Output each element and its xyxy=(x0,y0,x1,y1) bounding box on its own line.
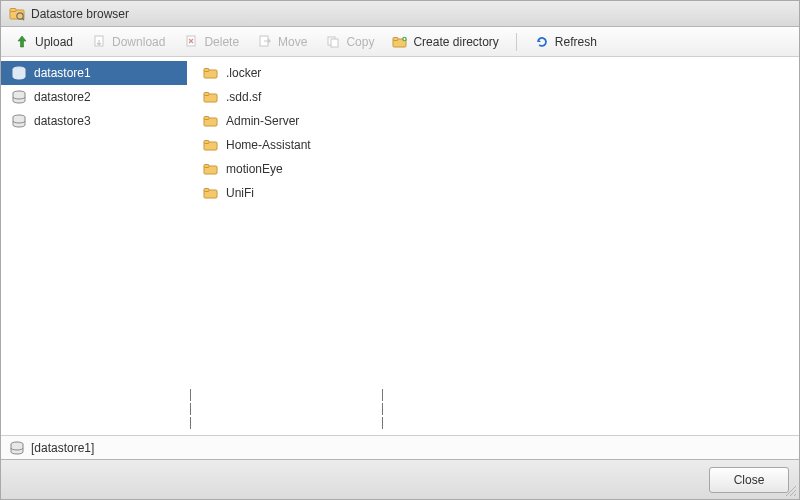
folder-name: Admin-Server xyxy=(226,114,299,128)
folder-icon xyxy=(203,65,219,81)
folder-icon xyxy=(203,161,219,177)
move-button[interactable]: Move xyxy=(250,31,314,53)
svg-rect-10 xyxy=(393,37,398,40)
folder-icon xyxy=(203,185,219,201)
toolbar: Upload Download Delete Move Copy xyxy=(1,27,799,57)
copy-button[interactable]: Copy xyxy=(318,31,381,53)
datastore-name: datastore3 xyxy=(34,114,91,128)
upload-label: Upload xyxy=(35,35,73,49)
svg-rect-8 xyxy=(331,39,338,47)
titlebar: Datastore browser xyxy=(1,1,799,27)
datastore-icon xyxy=(11,89,27,105)
datastore-browser-icon xyxy=(9,6,25,22)
move-icon xyxy=(257,34,273,50)
datastore-item[interactable]: datastore1 xyxy=(1,61,187,85)
delete-button[interactable]: Delete xyxy=(176,31,246,53)
svg-rect-24 xyxy=(204,165,209,168)
folder-name: .sdd.sf xyxy=(226,90,261,104)
download-label: Download xyxy=(112,35,165,49)
svg-rect-20 xyxy=(204,117,209,120)
datastore-icon xyxy=(9,440,25,456)
create-directory-label: Create directory xyxy=(413,35,498,49)
create-directory-icon xyxy=(392,34,408,50)
close-button[interactable]: Close xyxy=(709,467,789,493)
datastore-icon xyxy=(11,113,27,129)
upload-button[interactable]: Upload xyxy=(7,31,80,53)
details-panel xyxy=(385,57,799,435)
folder-icon xyxy=(203,137,219,153)
toolbar-separator xyxy=(516,33,517,51)
upload-icon xyxy=(14,34,30,50)
path-bar: [datastore1] xyxy=(1,435,799,459)
copy-icon xyxy=(325,34,341,50)
folder-icon xyxy=(203,113,219,129)
move-label: Move xyxy=(278,35,307,49)
footer: Close xyxy=(1,459,799,499)
body: datastore1 datastore2 datastore3 .locker… xyxy=(1,57,799,435)
folder-name: .locker xyxy=(226,66,261,80)
datastore-icon xyxy=(11,65,27,81)
datastore-item[interactable]: datastore2 xyxy=(1,85,187,109)
svg-rect-22 xyxy=(204,141,209,144)
folder-name: Home-Assistant xyxy=(226,138,311,152)
folder-item[interactable]: .locker xyxy=(193,61,379,85)
svg-rect-16 xyxy=(204,69,209,72)
folder-item[interactable]: UniFi xyxy=(193,181,379,205)
folder-list: .locker .sdd.sf Admin-Server Home-Assist… xyxy=(193,57,379,435)
delete-label: Delete xyxy=(204,35,239,49)
copy-label: Copy xyxy=(346,35,374,49)
datastore-browser-window: Datastore browser Upload Download Delete… xyxy=(0,0,800,500)
folder-item[interactable]: Admin-Server xyxy=(193,109,379,133)
refresh-label: Refresh xyxy=(555,35,597,49)
resize-grip[interactable] xyxy=(785,485,797,497)
folder-name: motionEye xyxy=(226,162,283,176)
folder-icon xyxy=(203,89,219,105)
svg-rect-1 xyxy=(10,8,16,11)
window-title: Datastore browser xyxy=(31,7,129,21)
download-button[interactable]: Download xyxy=(84,31,172,53)
datastore-item[interactable]: datastore3 xyxy=(1,109,187,133)
svg-rect-18 xyxy=(204,93,209,96)
refresh-icon xyxy=(534,34,550,50)
path-text: [datastore1] xyxy=(31,441,94,455)
folder-item[interactable]: Home-Assistant xyxy=(193,133,379,157)
refresh-button[interactable]: Refresh xyxy=(527,31,604,53)
folder-item[interactable]: motionEye xyxy=(193,157,379,181)
folder-item[interactable]: .sdd.sf xyxy=(193,85,379,109)
folder-name: UniFi xyxy=(226,186,254,200)
datastore-name: datastore2 xyxy=(34,90,91,104)
datastore-list: datastore1 datastore2 datastore3 xyxy=(1,57,187,435)
datastore-name: datastore1 xyxy=(34,66,91,80)
create-directory-button[interactable]: Create directory xyxy=(385,31,505,53)
svg-rect-26 xyxy=(204,189,209,192)
download-icon xyxy=(91,34,107,50)
delete-icon xyxy=(183,34,199,50)
